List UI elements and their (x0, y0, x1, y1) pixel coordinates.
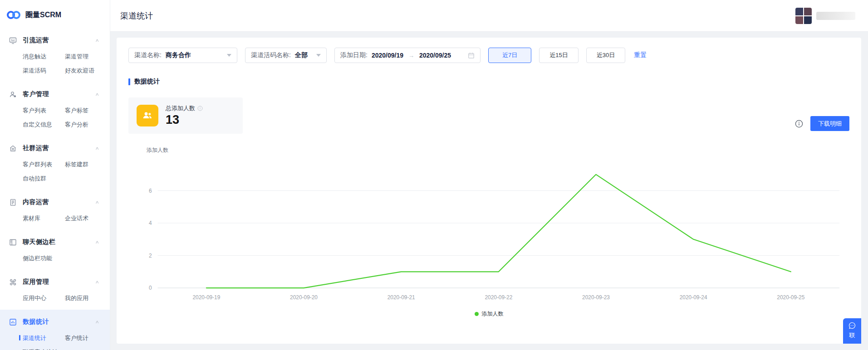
sidebar-item-channel-stats[interactable]: 渠道统计 (23, 334, 65, 342)
svg-text:6: 6 (149, 188, 152, 194)
chevron-up-icon[interactable]: ∧ (95, 92, 100, 97)
section-accent-bar (128, 78, 130, 85)
sidebar-group-header-traffic[interactable]: 引流运营 ∧ (0, 34, 110, 46)
sidebar-item[interactable]: 侧边栏功能 (23, 254, 65, 262)
filter-row: 渠道名称: 商务合作 渠道活码名称: 全部 添加日期: 2020/09/19 →… (128, 48, 849, 63)
section-title: 数据统计 (134, 78, 160, 86)
sidebar-group-header-customer[interactable]: 客户管理 ∧ (0, 88, 110, 100)
panel-icon (9, 238, 17, 246)
chevron-up-icon[interactable]: ∧ (95, 146, 100, 151)
quick-range-7d-button[interactable]: 近7日 (488, 48, 531, 63)
quick-range-15d-button[interactable]: 近15日 (539, 48, 578, 63)
chevron-down-icon (227, 54, 231, 57)
sidebar-item[interactable]: 消息触达 (23, 53, 65, 61)
sidebar-item[interactable]: 客户统计 (65, 334, 106, 342)
chart-icon (9, 318, 17, 326)
sidebar-group-header-apps[interactable]: 应用管理 ∧ (0, 276, 110, 288)
sidebar-item[interactable]: 企业话术 (65, 214, 106, 223)
sidebar-group-title: 聊天侧边栏 (23, 238, 56, 246)
livecode-name-select[interactable]: 渠道活码名称: 全部 (245, 48, 327, 63)
sidebar-group-items: 素材库 企业话术 (0, 208, 110, 224)
sidebar-group-items: 客户群列表 标签建群 自动拉群 (0, 154, 110, 185)
monitor-icon (9, 37, 17, 44)
sidebar-group-items: 消息触达 渠道管理 渠道活码 好友欢迎语 (0, 46, 110, 77)
svg-text:2020-09-25: 2020-09-25 (777, 294, 804, 301)
channel-name-value: 商务合作 (166, 51, 191, 59)
contact-widget-label: 联 (849, 331, 855, 340)
sidebar-group-apps: 应用管理 ∧ 应用中心 我的应用 (0, 270, 110, 310)
sidebar-group-title: 应用管理 (23, 278, 49, 286)
chart-legend[interactable]: 添加人数 (128, 310, 849, 318)
chart-canvas[interactable]: 02462020-09-192020-09-202020-09-212020-0… (128, 160, 849, 304)
app-root: 圈量SCRM 引流运营 ∧ 消息触达 渠道管理 渠道活码 好友欢迎语 (0, 0, 868, 350)
avatar[interactable] (795, 8, 812, 24)
sidebar-group-items: 客户列表 客户标签 自定义信息 客户分析 (0, 100, 110, 131)
chevron-up-icon[interactable]: ∧ (95, 240, 100, 244)
stat-value: 13 (166, 113, 203, 127)
svg-text:2: 2 (149, 253, 152, 259)
sidebar-group-chat-sidebar: 聊天侧边栏 ∧ 侧边栏功能 (0, 230, 110, 270)
chevron-up-icon[interactable]: ∧ (95, 38, 100, 43)
sidebar-item[interactable]: 渠道活码 (23, 67, 65, 75)
sidebar-group-content: 内容运营 ∧ 素材库 企业话术 (0, 190, 110, 230)
sidebar-item[interactable]: 素材库 (23, 214, 65, 223)
sidebar-item[interactable]: 我的应用 (65, 294, 106, 302)
stat-label-row: 总添加人数 (166, 104, 203, 112)
document-icon (9, 199, 17, 206)
sidebar-item[interactable]: 渠道管理 (65, 53, 106, 61)
sidebar-group-header-community[interactable]: 社群运营 ∧ (0, 142, 110, 154)
livecode-name-value: 全部 (295, 51, 308, 59)
sidebar-item[interactable]: 标签建群 (65, 160, 106, 169)
reset-button[interactable]: 重置 (634, 51, 647, 59)
sidebar-group-items: 应用中心 我的应用 (0, 288, 110, 304)
brand-logo[interactable]: 圈量SCRM (0, 0, 110, 28)
user-box[interactable] (795, 8, 855, 24)
username-redacted (816, 12, 855, 20)
svg-text:2020-09-19: 2020-09-19 (192, 294, 220, 301)
date-start-value: 2020/09/19 (372, 52, 403, 59)
y-axis-title: 添加人数 (147, 146, 849, 154)
sidebar-item[interactable]: 客户分析 (65, 121, 106, 129)
sidebar-group-title: 内容运营 (23, 198, 49, 206)
download-details-button[interactable]: 下载明细 (810, 116, 849, 131)
calendar-icon (468, 52, 475, 59)
sidebar-group-customer: 客户管理 ∧ 客户列表 客户标签 自定义信息 客户分析 (0, 82, 110, 136)
sidebar-item[interactable]: 好友欢迎语 (65, 67, 106, 75)
svg-text:2020-09-24: 2020-09-24 (680, 294, 707, 301)
date-range-picker[interactable]: 添加日期: 2020/09/19 → 2020/09/25 (334, 48, 481, 63)
sidebar-group-title: 数据统计 (23, 318, 49, 326)
stats-card-panel: 渠道名称: 商务合作 渠道活码名称: 全部 添加日期: 2020/09/19 →… (117, 38, 861, 344)
page-title: 渠道统计 (120, 10, 153, 21)
sidebar-group-traffic: 引流运营 ∧ 消息触达 渠道管理 渠道活码 好友欢迎语 (0, 28, 110, 82)
sidebar-group-title: 社群运营 (23, 144, 49, 152)
contact-service-widget[interactable]: 联 (843, 318, 861, 344)
sidebar-group-title: 客户管理 (23, 90, 49, 98)
chevron-up-icon[interactable]: ∧ (95, 280, 100, 284)
sidebar-group-header-chat-sidebar[interactable]: 聊天侧边栏 ∧ (0, 236, 110, 248)
svg-text:2020-09-22: 2020-09-22 (485, 294, 512, 301)
svg-text:2020-09-21: 2020-09-21 (387, 294, 415, 301)
svg-text:2020-09-20: 2020-09-20 (290, 294, 318, 301)
chevron-up-icon[interactable]: ∧ (95, 200, 100, 204)
sidebar-item[interactable]: 自动拉群 (23, 175, 65, 183)
sidebar-item[interactable]: 客户群列表 (23, 160, 65, 169)
chevron-up-icon[interactable]: ∧ (95, 320, 100, 324)
info-icon[interactable] (197, 106, 203, 111)
info-icon[interactable] (795, 120, 803, 128)
channel-name-select[interactable]: 渠道名称: 商务合作 (128, 48, 237, 63)
brand-name: 圈量SCRM (25, 10, 61, 20)
svg-text:0: 0 (149, 285, 152, 291)
quick-range-30d-button[interactable]: 近30日 (586, 48, 625, 63)
sidebar-group-header-statistics[interactable]: 数据统计 ∧ (0, 316, 110, 328)
sidebar-item[interactable]: 客户列表 (23, 107, 65, 115)
sidebar-item[interactable]: 应用中心 (23, 294, 65, 302)
sidebar-group-header-content[interactable]: 内容运营 ∧ (0, 196, 110, 208)
sidebar-item[interactable]: 自定义信息 (23, 121, 65, 129)
date-range-label: 添加日期: (340, 51, 368, 59)
apps-icon (9, 278, 17, 286)
sidebar-item[interactable]: 客户标签 (65, 107, 106, 115)
livecode-name-label: 渠道活码名称: (251, 51, 291, 59)
svg-text:2020-09-23: 2020-09-23 (582, 294, 610, 301)
sidebar-item[interactable]: 联系客户统计 (23, 348, 65, 350)
legend-label: 添加人数 (482, 310, 504, 318)
